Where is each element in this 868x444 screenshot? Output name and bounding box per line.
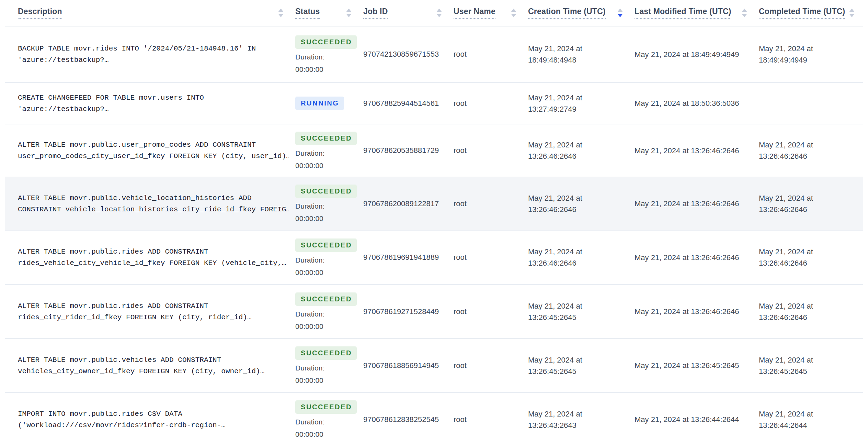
status-cell: SUCCEEDED Duration: 00:00:00 <box>295 392 363 444</box>
creation-time-line: May 21, 2024 at <box>528 43 628 54</box>
description-cell[interactable]: CREATE CHANGEFEED FOR TABLE movr.users I… <box>5 82 295 124</box>
creation-time-line: 13:26:46:2646 <box>528 204 628 215</box>
status-badge: RUNNING <box>295 97 344 110</box>
column-label: Completed Time (UTC) <box>759 7 845 19</box>
description-cell[interactable]: BACKUP TABLE movr.rides INTO '/2024/05/2… <box>5 26 295 82</box>
last-modified-cell: May 21, 2024 at 13:26:45:2645 <box>635 338 759 392</box>
status-cell: SUCCEEDED Duration: 00:00:00 <box>295 285 363 338</box>
description-cell[interactable]: ALTER TABLE movr.public.rides ADD CONSTR… <box>5 285 295 338</box>
creation-time-line: May 21, 2024 at <box>528 246 628 257</box>
sort-arrows-icon <box>849 9 855 17</box>
description-cell[interactable]: IMPORT INTO movr.public.rides CSV DATA (… <box>5 392 295 444</box>
job-description-line: rides_city_rider_id_fkey FOREIGN KEY (ci… <box>18 312 288 323</box>
job-description-line: CREATE CHANGEFEED FOR TABLE movr.users I… <box>18 92 288 103</box>
table-row: BACKUP TABLE movr.rides INTO '/2024/05/2… <box>5 26 863 82</box>
status-badge: SUCCEEDED <box>295 292 357 306</box>
completed-time-cell: May 21, 2024 at 13:26:46:2646 <box>759 177 863 230</box>
creation-time-line: 13:26:46:2646 <box>528 151 628 162</box>
job-id-cell: 970678612838252545 <box>363 392 454 444</box>
completed-time-line: May 21, 2024 at <box>759 43 856 54</box>
job-description-line: ALTER TABLE movr.public.rides ADD CONSTR… <box>18 300 288 312</box>
creation-time-line: May 21, 2024 at <box>528 408 628 420</box>
status-cell: SUCCEEDED Duration: 00:00:00 <box>295 230 363 285</box>
job-id: 970678620089122817 <box>363 199 439 208</box>
column-header-description[interactable]: Description <box>5 0 295 26</box>
job-description-line: IMPORT INTO movr.public.rides CSV DATA <box>18 408 288 420</box>
completed-time-line: May 21, 2024 at <box>759 139 856 151</box>
job-id: 970678612838252545 <box>363 415 439 424</box>
user-name-cell: root <box>454 82 528 124</box>
description-cell[interactable]: ALTER TABLE movr.public.vehicle_location… <box>5 177 295 230</box>
creation-time-cell: May 21, 2024 at 13:26:46:2646 <box>528 230 635 285</box>
creation-time-line: 13:26:43:2643 <box>528 420 628 431</box>
duration-value: 00:00:00 <box>295 65 356 74</box>
duration-label: Duration: <box>295 310 356 318</box>
duration-value: 00:00:00 <box>295 322 356 331</box>
duration-label: Duration: <box>295 256 356 264</box>
completed-time-line: 13:26:46:2646 <box>759 312 856 323</box>
sort-arrows-icon <box>742 9 747 17</box>
last-modified-cell: May 21, 2024 at 13:26:46:2646 <box>635 124 759 177</box>
job-description-line: vehicles_city_owner_id_fkey FOREIGN KEY … <box>18 366 288 377</box>
creation-time-line: May 21, 2024 at <box>528 139 628 151</box>
sort-arrows-icon <box>278 9 284 17</box>
completed-time-cell: May 21, 2024 at 13:26:46:2646 <box>759 230 863 285</box>
table-row: IMPORT INTO movr.public.rides CSV DATA (… <box>5 392 863 444</box>
job-description-line: ALTER TABLE movr.public.rides ADD CONSTR… <box>18 246 288 257</box>
duration-value: 00:00:00 <box>295 430 356 439</box>
job-id: 970678619271528449 <box>363 307 439 316</box>
table-row: ALTER TABLE movr.public.rides ADD CONSTR… <box>5 285 863 338</box>
column-header-creation-time[interactable]: Creation Time (UTC) <box>528 0 635 26</box>
completed-time-line: May 21, 2024 at <box>759 300 856 312</box>
user-name-cell: root <box>454 392 528 444</box>
completed-time-line: 13:26:45:2645 <box>759 366 856 377</box>
job-id-cell: 970742130859671553 <box>363 26 454 82</box>
column-header-job-id[interactable]: Job ID <box>363 0 454 26</box>
last-modified-cell: May 21, 2024 at 13:26:44:2644 <box>635 392 759 444</box>
last-modified-time: May 21, 2024 at 13:26:46:2646 <box>635 199 739 208</box>
job-description-line: ALTER TABLE movr.public.user_promo_codes… <box>18 139 288 151</box>
status-badge: SUCCEEDED <box>295 346 357 360</box>
user-name: root <box>454 99 467 108</box>
job-id: 970678618856914945 <box>363 361 439 370</box>
description-cell[interactable]: ALTER TABLE movr.public.rides ADD CONSTR… <box>5 230 295 285</box>
column-header-last-modified-time[interactable]: Last Modified Time (UTC) <box>635 0 759 26</box>
completed-time-line: 18:49:49:4949 <box>759 54 856 66</box>
sort-arrows-icon <box>511 9 516 17</box>
job-id: 970678619691941889 <box>363 253 439 262</box>
duration-value: 00:00:00 <box>295 214 356 223</box>
completed-time-cell: May 21, 2024 at 18:49:49:4949 <box>759 26 863 82</box>
user-name-cell: root <box>454 285 528 338</box>
description-cell[interactable]: ALTER TABLE movr.public.user_promo_codes… <box>5 124 295 177</box>
job-id-cell: 970678619691941889 <box>363 230 454 285</box>
last-modified-cell: May 21, 2024 at 13:26:46:2646 <box>635 230 759 285</box>
column-label: Description <box>18 7 62 19</box>
job-id-cell: 970678619271528449 <box>363 285 454 338</box>
column-header-user-name[interactable]: User Name <box>454 0 528 26</box>
table-row: ALTER TABLE movr.public.vehicles ADD CON… <box>5 338 863 392</box>
job-description-line: 'azure://testbackup?… <box>18 103 288 115</box>
status-cell: SUCCEEDED Duration: 00:00:00 <box>295 26 363 82</box>
completed-time-line: 13:26:44:2644 <box>759 420 856 431</box>
last-modified-cell: May 21, 2024 at 18:50:36:5036 <box>635 82 759 124</box>
user-name: root <box>454 50 467 58</box>
column-header-status[interactable]: Status <box>295 0 363 26</box>
job-description-line: ('workload:///csv/movr/rides?infer-crdb-… <box>18 420 288 431</box>
creation-time-line: May 21, 2024 at <box>528 92 628 103</box>
last-modified-cell: May 21, 2024 at 13:26:46:2646 <box>635 285 759 338</box>
job-id-cell: 970678620089122817 <box>363 177 454 230</box>
duration-value: 00:00:00 <box>295 376 356 385</box>
creation-time-cell: May 21, 2024 at 13:26:46:2646 <box>528 124 635 177</box>
description-cell[interactable]: ALTER TABLE movr.public.vehicles ADD CON… <box>5 338 295 392</box>
completed-time-cell: May 21, 2024 at 13:26:46:2646 <box>759 285 863 338</box>
table-row: ALTER TABLE movr.public.rides ADD CONSTR… <box>5 230 863 285</box>
last-modified-time: May 21, 2024 at 13:26:46:2646 <box>635 253 739 262</box>
completed-time-line: May 21, 2024 at <box>759 246 856 257</box>
status-cell: SUCCEEDED Duration: 00:00:00 <box>295 177 363 230</box>
status-badge: SUCCEEDED <box>295 238 357 252</box>
job-description-line: user_promo_codes_city_user_id_fkey FOREI… <box>18 151 288 162</box>
column-header-completed-time[interactable]: Completed Time (UTC) <box>759 0 863 26</box>
user-name: root <box>454 307 467 316</box>
job-id-cell: 970678620535881729 <box>363 124 454 177</box>
completed-time-line: 13:26:46:2646 <box>759 204 856 215</box>
